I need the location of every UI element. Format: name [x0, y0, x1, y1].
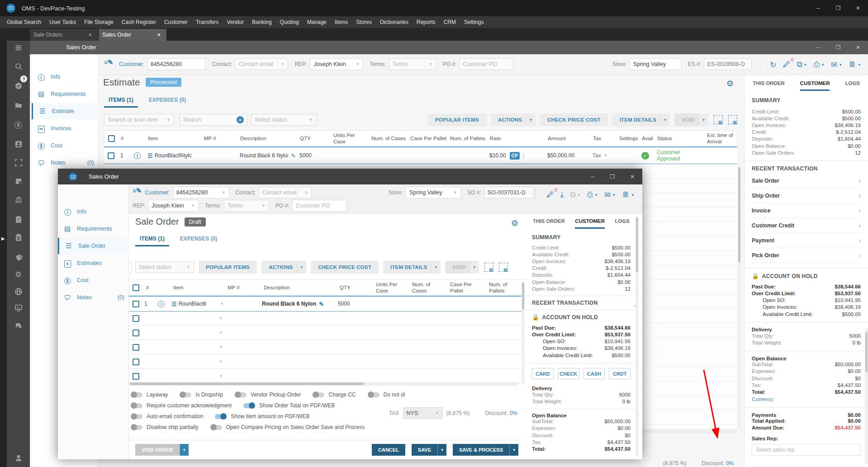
item-row[interactable]: 1 i ☰RounBlac6l▼ Round Black 6 Nylon✎ 50…	[129, 297, 525, 311]
status-filter-select[interactable]: Select status▼	[135, 261, 194, 273]
close-icon[interactable]: ✕	[848, 41, 868, 54]
mail-icon[interactable]: ✉▼	[831, 60, 842, 70]
tab-sale-orders[interactable]: Sale Orders ✕	[30, 29, 98, 41]
menu-item[interactable]: Quoting	[276, 16, 303, 28]
cash-register-icon[interactable]: $	[7, 118, 30, 132]
column-header[interactable]: Units Per Case	[332, 132, 370, 144]
row-checkbox[interactable]	[133, 359, 139, 365]
files-icon[interactable]	[7, 98, 30, 112]
chevron-down-icon[interactable]: ▼	[296, 261, 306, 274]
store-select[interactable]: Spring Valley▼	[406, 187, 461, 198]
void-order-button[interactable]: VOID ORDER	[135, 444, 180, 456]
search-icon[interactable]	[7, 60, 30, 73]
rep-select[interactable]: Joseph Klein▼	[310, 58, 363, 70]
toggle[interactable]: Show Order Total on PDF/WEB	[243, 402, 335, 409]
dashboard-icon[interactable]: ⊞	[7, 41, 30, 54]
close-icon[interactable]: ✕	[86, 31, 94, 39]
info-icon[interactable]: i	[158, 301, 165, 307]
empty-row[interactable]: ▼	[129, 355, 525, 369]
po-input[interactable]: Customer PO	[292, 200, 346, 212]
chevron-down-icon[interactable]: ▼	[660, 113, 670, 126]
scan-icon[interactable]	[7, 156, 30, 170]
row-checkbox[interactable]	[133, 373, 139, 380]
column-header[interactable]: Tax	[591, 136, 617, 142]
terms-select[interactable]: Terms▼	[389, 58, 436, 70]
copy-icon[interactable]: ⧉▼	[797, 60, 807, 69]
chevron-down-icon[interactable]: ▼	[437, 444, 446, 456]
nav-estimate[interactable]: ☰Estimate	[32, 103, 99, 119]
column-header[interactable]: Est. time of Arrival	[705, 132, 747, 144]
panel-scrollbar[interactable]	[865, 328, 868, 464]
menu-item[interactable]: Reports	[413, 16, 440, 28]
settings-gear-icon[interactable]: ⚙	[726, 79, 734, 89]
transaction-link[interactable]: Payment›	[752, 233, 861, 248]
kebab-icon[interactable]: ⋮	[521, 152, 526, 159]
po-input[interactable]: Customer PO	[459, 58, 513, 70]
toggle-switch-icon[interactable]	[243, 403, 255, 408]
column-header[interactable]: Rate	[488, 136, 546, 142]
chevron-down-icon[interactable]: ▼	[431, 261, 441, 274]
chevron-down-icon[interactable]: ▼	[180, 444, 189, 456]
empty-row[interactable]: ▼	[129, 340, 525, 354]
column-header[interactable]: Num. of Cases	[370, 136, 408, 142]
clear-icon[interactable]: ✕	[237, 116, 244, 123]
close-icon[interactable]: ✕	[848, 0, 868, 16]
item-row[interactable]: 1 i ☰RounBlac6Nylc Round Black 6 Nylon✎ …	[104, 147, 737, 164]
select-column-icon[interactable]	[499, 263, 508, 272]
toggle-switch-icon[interactable]	[131, 414, 142, 419]
chevron-down-icon[interactable]: ▼	[219, 345, 226, 349]
attachment-icon[interactable]: 🖉0	[546, 190, 554, 199]
nav-invoices[interactable]: INInvoices	[32, 120, 99, 137]
bank-icon[interactable]	[7, 193, 30, 206]
menu-item[interactable]: Items	[331, 16, 352, 28]
close-icon[interactable]: ✕	[155, 31, 163, 39]
tab-items[interactable]: ITEMS (1)	[135, 232, 169, 246]
attachment-icon[interactable]: 🖉0	[783, 60, 790, 69]
payment-button[interactable]: CHECK	[558, 368, 579, 379]
toggle-switch-icon[interactable]	[215, 414, 227, 419]
remote-monitor-icon[interactable]	[7, 301, 30, 315]
print-icon[interactable]: ⎙▼	[587, 190, 598, 199]
column-header[interactable]: Description	[238, 136, 298, 142]
select-column-icon[interactable]	[728, 115, 737, 124]
chevron-down-icon[interactable]: ▼	[526, 113, 536, 126]
toggle-switch-icon[interactable]	[368, 392, 379, 397]
menu-item[interactable]: Banking	[248, 16, 275, 28]
horizontal-scrollbar[interactable]	[129, 382, 518, 386]
column-header[interactable]: Num. of Pallets	[487, 282, 525, 293]
requirements-question-icon[interactable]: ?	[7, 212, 30, 226]
tab-expenses[interactable]: EXPENSES (0)	[144, 93, 191, 108]
column-header[interactable]: Case Per Pallet	[408, 136, 448, 142]
chevron-down-icon[interactable]: ▼	[219, 359, 226, 364]
transaction-link[interactable]: Sale Order›	[752, 174, 861, 189]
maximize-icon[interactable]: ❐	[828, 41, 848, 54]
print-icon[interactable]: ⎙▼	[813, 60, 825, 69]
settings-gear-icon[interactable]: ⚙	[7, 268, 30, 281]
check-price-cost-button[interactable]: CHECK PRICE COST	[311, 261, 379, 274]
nav-info[interactable]: iInfo	[58, 203, 129, 220]
save-process-button[interactable]: SAVE & PROCESS	[453, 444, 509, 456]
rep-select[interactable]: Joseph Klein▼	[148, 200, 199, 212]
refresh-icon[interactable]: ↻	[770, 60, 776, 70]
customer-input[interactable]: 8454256280	[147, 58, 206, 70]
transaction-link[interactable]: Invoice›	[752, 203, 861, 218]
tab-logs[interactable]: LOGS	[615, 218, 630, 229]
select-all-checkbox[interactable]	[133, 284, 139, 291]
void-button[interactable]: VOID	[674, 113, 698, 126]
toggle[interactable]: Is Dropship	[180, 392, 223, 398]
nav-cost[interactable]: $Cost	[32, 137, 99, 154]
nav-notes[interactable]: 🗩Notes(0)	[58, 289, 129, 306]
discount-value[interactable]: 0%	[726, 460, 734, 467]
chat-icon[interactable]	[7, 319, 30, 333]
transaction-link[interactable]: Pick Order›	[752, 248, 861, 263]
chevron-down-icon[interactable]: ▼	[219, 316, 226, 321]
nav-requirements[interactable]: ▤Requirements	[58, 221, 129, 237]
toggle[interactable]: Disallow ship partially	[131, 424, 199, 430]
menu-item[interactable]: Cash Register	[118, 16, 160, 28]
minimize-icon[interactable]: ─	[808, 0, 828, 16]
item-details-button[interactable]: ITEM DETAILS	[383, 261, 431, 274]
tab-sales-order[interactable]: Sales Order ✕	[99, 29, 166, 41]
tag-icon[interactable]	[7, 251, 30, 264]
copy-icon[interactable]: ⧉▼	[570, 190, 580, 199]
menu-item[interactable]: Global Search	[3, 16, 45, 28]
